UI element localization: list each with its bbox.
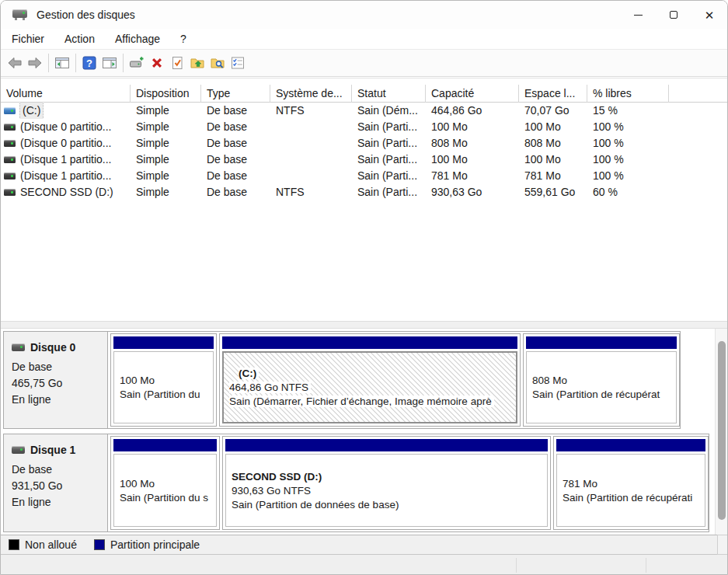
- menu-fichier[interactable]: Fichier: [10, 31, 46, 47]
- partition-type-bar: [526, 336, 677, 349]
- disk-1-band: Disque 1 De base 931,50 Go En ligne 100 …: [3, 434, 709, 532]
- menu-help[interactable]: ?: [179, 31, 188, 47]
- partition-status: Sain (Partition de récupérati: [563, 492, 692, 504]
- vertical-scrollbar[interactable]: [715, 329, 727, 535]
- disk-0-header[interactable]: Disque 0 De base 465,75 Go En ligne: [4, 332, 108, 428]
- partition-info: 100 Mo Sain (Partition du s: [113, 454, 217, 527]
- column-header-libres[interactable]: % libres: [587, 85, 669, 103]
- partition-status: Sain (Partition du: [120, 389, 200, 400]
- column-header-volume[interactable]: Volume: [1, 85, 131, 103]
- partition-disk0-c[interactable]: (C:) 464,86 Go NTFS Sain (Démarrer, Fich…: [219, 333, 521, 427]
- partition-disk1-system[interactable]: 100 Mo Sain (Partition du s: [110, 436, 220, 530]
- legend-bar: Non alloué Partition principale: [1, 535, 717, 555]
- column-header-disposition[interactable]: Disposition: [131, 85, 201, 103]
- partition-status: Sain (Partition de récupérat: [532, 389, 660, 400]
- column-header-statut[interactable]: Statut: [352, 85, 426, 103]
- table-row[interactable]: SECOND SSD (D:) Simple De base NTFS Sain…: [1, 184, 727, 200]
- partition-disk1-recovery[interactable]: 781 Mo Sain (Partition de récupérati: [553, 436, 709, 530]
- pane-splitter[interactable]: [1, 321, 727, 329]
- column-header-espace[interactable]: Espace l...: [519, 85, 587, 103]
- title-bar: Gestion des disques ✕: [1, 1, 727, 29]
- show-action-pane-icon[interactable]: [99, 53, 120, 73]
- partition-size: 100 Mo: [120, 478, 155, 490]
- table-row[interactable]: (Disque 0 partitio... Simple De base Sai…: [1, 119, 727, 135]
- disk-management-window: Gestion des disques ✕ Fichier Action Aff…: [0, 0, 728, 575]
- partition-type-bar: [222, 336, 517, 349]
- table-row[interactable]: (Disque 0 partitio... Simple De base Sai…: [1, 135, 727, 152]
- cell-espace: 559,61 Go: [519, 184, 587, 200]
- forward-icon[interactable]: [25, 53, 45, 73]
- partition-title: SECOND SSD (D:): [232, 471, 322, 483]
- unallocated-swatch: [9, 539, 19, 550]
- cell-fs: NTFS: [270, 103, 352, 119]
- toolbar: ?: [1, 50, 727, 77]
- table-row[interactable]: (C:) Simple De base NTFS Sain (Dém... 46…: [1, 103, 727, 119]
- help-icon[interactable]: ?: [79, 53, 99, 73]
- cell-type: De base: [201, 103, 270, 119]
- volume-list-pane: Volume Disposition Type Système de... St…: [1, 78, 727, 321]
- properties-list-icon[interactable]: [228, 53, 248, 73]
- partition-disk1-d[interactable]: SECOND SSD (D:) 930,63 Go NTFS Sain (Par…: [222, 436, 551, 530]
- status-bar: [1, 555, 727, 575]
- volume-name: (Disque 1 partitio...: [20, 168, 112, 184]
- cell-espace: 100 Mo: [519, 152, 587, 168]
- partition-status: Sain (Démarrer, Fichier d’échange, Image…: [229, 396, 494, 407]
- legend-label: Partition principale: [110, 538, 200, 551]
- cell-espace: 781 Mo: [519, 168, 587, 184]
- delete-volume-icon[interactable]: [147, 53, 167, 73]
- cell-type: De base: [201, 135, 270, 152]
- cell-disposition: Simple: [131, 168, 201, 184]
- column-header-type[interactable]: Type: [201, 85, 270, 103]
- column-header-fs[interactable]: Système de...: [270, 85, 352, 103]
- volume-drive-icon: [4, 124, 16, 131]
- cell-fs: NTFS: [270, 184, 352, 200]
- disk-drive-app-icon: [12, 8, 29, 22]
- close-button[interactable]: ✕: [691, 1, 727, 29]
- disk-size: 931,50 Go: [12, 478, 103, 494]
- cell-capacite: 100 Mo: [426, 119, 519, 135]
- scrollbar-thumb[interactable]: [718, 341, 726, 520]
- cell-libres: 100 %: [587, 119, 669, 135]
- cell-type: De base: [201, 152, 270, 168]
- toolbar-separator: [123, 54, 124, 72]
- table-row[interactable]: (Disque 1 partitio... Simple De base Sai…: [1, 168, 727, 184]
- show-console-tree-icon[interactable]: [52, 53, 72, 73]
- menu-action[interactable]: Action: [63, 31, 96, 47]
- cell-disposition: Simple: [131, 119, 201, 135]
- menu-affichage[interactable]: Affichage: [113, 31, 162, 47]
- scrollbar-corner: [717, 535, 728, 555]
- partition-type-bar: [113, 336, 214, 349]
- disk-size: 465,75 Go: [12, 375, 103, 392]
- disk-name: Disque 0: [30, 341, 75, 354]
- cell-type: De base: [201, 168, 270, 184]
- cell-capacite: 100 Mo: [426, 152, 519, 168]
- partition-disk0-system[interactable]: 100 Mo Sain (Partition du: [110, 333, 217, 427]
- cell-statut: Sain (Parti...: [352, 152, 426, 168]
- menu-bar: Fichier Action Affichage ?: [1, 29, 727, 50]
- maximize-button[interactable]: [656, 1, 691, 29]
- disk-type: De base: [12, 462, 103, 478]
- table-row[interactable]: (Disque 1 partitio... Simple De base Sai…: [1, 152, 727, 168]
- mark-partition-icon[interactable]: [167, 53, 187, 73]
- disk-0-band: Disque 0 De base 465,75 Go En ligne 100 …: [3, 331, 681, 429]
- open-folder-icon[interactable]: [187, 53, 207, 73]
- partition-info: 781 Mo Sain (Partition de récupérati: [556, 454, 705, 527]
- disk-1-header[interactable]: Disque 1 De base 931,50 Go En ligne: [4, 434, 108, 531]
- rescan-disks-icon[interactable]: [127, 53, 147, 73]
- cell-capacite: 930,63 Go: [426, 184, 519, 200]
- minimize-button[interactable]: [620, 1, 656, 29]
- window-title: Gestion des disques: [37, 9, 135, 21]
- partition-status: Sain (Partition de données de base): [232, 499, 399, 511]
- legend-item-unallocated: Non alloué: [9, 538, 77, 551]
- partition-size: 930,63 Go NTFS: [232, 485, 311, 497]
- volume-name: SECOND SSD (D:): [20, 184, 113, 200]
- column-header-capacite[interactable]: Capacité: [426, 85, 519, 103]
- explore-folder-icon[interactable]: [207, 53, 228, 73]
- back-icon[interactable]: [5, 53, 25, 73]
- toolbar-separator: [75, 54, 76, 72]
- volume-drive-icon: [4, 140, 16, 147]
- volume-drive-icon: [4, 189, 16, 196]
- cell-capacite: 781 Mo: [426, 168, 519, 184]
- partition-disk0-recovery[interactable]: 808 Mo Sain (Partition de récupérat: [523, 333, 680, 427]
- cell-fs: [270, 135, 352, 152]
